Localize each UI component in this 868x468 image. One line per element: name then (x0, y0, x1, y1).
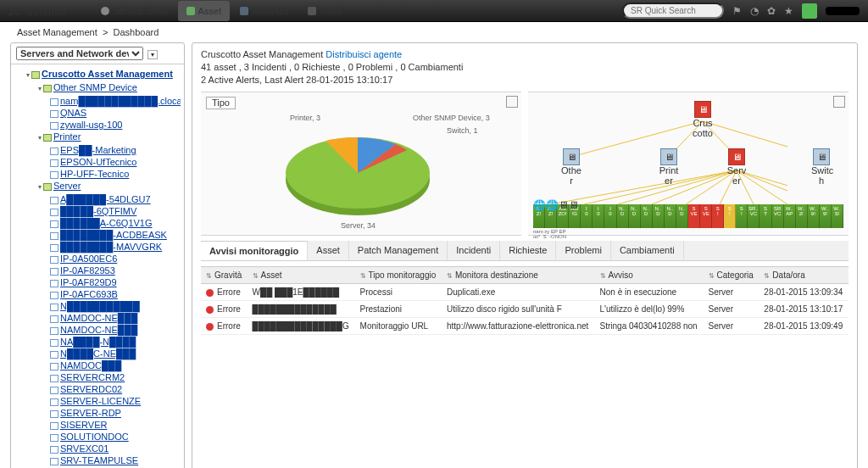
tree-item[interactable]: IP-0A500EC6 (60, 254, 117, 264)
tree-item[interactable]: █████-6QTFIMV (60, 206, 136, 216)
tab-patch-management[interactable]: Patch Management (349, 241, 448, 260)
col-header[interactable]: ⇅Gravità (201, 267, 248, 284)
tree-item[interactable]: ████████-ACDBEASK (60, 230, 167, 240)
tree-group[interactable]: Other SNMP Device (53, 82, 137, 92)
tree-item[interactable]: SERVERDC02 (60, 384, 122, 394)
grid-row[interactable]: Errore███████████████GMonitoraggio URLht… (201, 318, 849, 335)
tab-problemi[interactable]: Problemi (556, 241, 610, 260)
tree-item[interactable]: ████████-MAVVGRK (60, 242, 162, 252)
col-header[interactable]: ⇅Monitora destinazione (442, 267, 595, 284)
tab-cambiamenti[interactable]: Cambiamenti (611, 241, 684, 260)
topo-leaf[interactable]: W..9! (820, 204, 832, 228)
tree-item[interactable]: NAMDOC-NE███ (60, 313, 137, 323)
topo-leaf[interactable]: S! (736, 204, 748, 228)
tab-incidenti[interactable]: Incidenti (448, 241, 500, 260)
tree-item[interactable]: NA████-N████ (60, 337, 136, 347)
topo-leaf[interactable]: W..2! (796, 204, 808, 228)
menu-service-desk[interactable]: Service Desk (92, 1, 176, 21)
pie-label-switch: Switch, 1 (447, 126, 478, 135)
tree-group[interactable]: Printer (53, 131, 81, 142)
star-icon[interactable]: ★ (784, 5, 793, 17)
gear-icon[interactable]: ✿ (767, 5, 776, 17)
tree-item[interactable]: SISERVER (60, 420, 107, 430)
search-input[interactable] (622, 3, 724, 19)
topo-leaf[interactable]: I0 (604, 204, 616, 228)
tree-item[interactable]: EPS██-Marketing (60, 145, 136, 155)
topo-leaf[interactable]: ST (760, 204, 771, 228)
menu-analytics[interactable]: Analytics (231, 1, 298, 21)
tree-dropdown[interactable]: Servers and Network devices (16, 47, 143, 60)
topo-leaf[interactable]: W..9! (808, 204, 820, 228)
topo-leaf[interactable]: S! (712, 204, 724, 228)
crumb-root[interactable]: Asset Management (17, 27, 97, 37)
grid-row[interactable]: Errore██████████████PrestazioniUtilizzo … (201, 301, 849, 318)
nav-tree[interactable]: Cruscotto Asset ManagementOther SNMP Dev… (11, 64, 181, 468)
tree-item[interactable]: SOLUTIONDOC (60, 432, 129, 442)
clock-icon[interactable]: ◔ (750, 5, 759, 17)
dropdown-arrow-icon[interactable]: ▾ (147, 50, 158, 59)
detail-tabs: Avvisi monitoraggioAssetPatch Management… (201, 241, 849, 261)
col-header[interactable]: ⇅Categoria (704, 267, 760, 284)
topo-leaf[interactable]: SR..VC (748, 204, 760, 228)
tree-item[interactable]: SRV-TEAMPULSE (60, 455, 138, 465)
tree-item[interactable]: NAMDOC███ (60, 360, 121, 370)
topo-leaf[interactable]: N..D (641, 204, 653, 228)
col-header[interactable]: ⇅Asset (248, 267, 355, 284)
username[interactable] (826, 7, 860, 15)
distribute-agent-link[interactable]: Distribuisci agente (326, 49, 402, 59)
topo-leaf[interactable]: N..D (676, 204, 688, 228)
avatar[interactable] (802, 3, 817, 19)
tab-avvisi-monitoraggio[interactable]: Avvisi monitoraggio (201, 241, 308, 260)
topo-node-other[interactable]: 🖥Othe r (561, 148, 581, 186)
topo-leaf[interactable]: N..D (617, 204, 629, 228)
tree-item[interactable]: IP-0AF82953 (60, 265, 115, 276)
col-header[interactable]: ⇅Tipo monitoraggio (355, 267, 442, 284)
tree-item[interactable]: SERVER-RDP (60, 408, 121, 418)
tree-item[interactable]: SERVERCRM2 (60, 372, 125, 382)
chart-type-dropdown[interactable]: Tipo ▾ (206, 97, 236, 109)
col-header[interactable]: ⇅Data/ora (759, 267, 849, 284)
tree-group[interactable]: Server (53, 181, 81, 191)
tree-item[interactable]: N████C-NE███ (60, 348, 136, 359)
topo-leaf[interactable]: SVE (688, 204, 700, 228)
tree-root[interactable]: Cruscotto Asset Management (42, 69, 173, 79)
tree-item[interactable]: A██████-54DLGU7 (60, 194, 151, 204)
topo-leaf[interactable]: N..D (653, 204, 665, 228)
tree-item[interactable]: nam████████████.clocal (60, 96, 181, 106)
topo-leaf[interactable]: I0 (593, 204, 604, 228)
tab-asset[interactable]: Asset (308, 241, 349, 260)
summary-counts: 41 asset , 3 Incidenti , 0 Richieste , 0… (201, 62, 463, 72)
tree-item[interactable]: IP-0AFC693B (60, 289, 118, 299)
topo-leaf[interactable]: I0 (581, 204, 593, 228)
menu-asset[interactable]: Asset (178, 1, 231, 21)
col-header[interactable]: ⇅Avviso (595, 267, 704, 284)
tree-item[interactable]: ██████A-C6Q1V1G (60, 218, 153, 228)
tab-richieste[interactable]: Richieste (500, 241, 556, 260)
tree-item[interactable]: SERVER-LICENZE (60, 396, 141, 406)
tree-item[interactable]: zywall-usg-100 (60, 120, 122, 130)
topo-node-server[interactable]: 🖥Serv er (726, 148, 747, 186)
topo-leaf[interactable]: S! (724, 204, 736, 228)
tree-item[interactable]: IP-0AF829D9 (60, 277, 117, 287)
tree-panel: Servers and Network devices ▾ Cruscotto … (10, 42, 185, 468)
topo-node-switch[interactable]: 🖥Switc h (811, 148, 832, 186)
topo-leaf[interactable]: W..S! (832, 204, 843, 228)
severity-error-icon (206, 323, 214, 331)
topo-leaf[interactable]: SRVC (772, 204, 784, 228)
grid-row[interactable]: ErroreW██ ███1E██████ProcessiDuplicati.e… (201, 284, 849, 301)
topo-node-printer[interactable]: 🖥Print er (659, 148, 679, 186)
topo-leaf[interactable]: N..D (629, 204, 641, 228)
topo-leaf[interactable]: SVE (700, 204, 712, 228)
topo-node-root[interactable]: 🖥Crus cotto (693, 101, 713, 138)
topo-leaf[interactable]: N..D (665, 204, 676, 228)
tree-item[interactable]: SRVEXC01 (60, 443, 108, 454)
tree-item[interactable]: NAMDOC-NE███ (60, 325, 137, 335)
tree-item[interactable]: EPSON-UfTecnico (60, 157, 136, 167)
tree-item[interactable]: QNAS (60, 108, 86, 118)
menu-tools[interactable]: Tools (299, 1, 350, 21)
tree-item[interactable]: N███████████ (60, 301, 140, 311)
topo-leaf[interactable]: W..AP (784, 204, 796, 228)
maximize-icon[interactable] (506, 96, 518, 108)
flag-icon[interactable]: ⚑ (732, 5, 742, 17)
tree-item[interactable]: HP-UFF-Tecnico (60, 169, 129, 179)
